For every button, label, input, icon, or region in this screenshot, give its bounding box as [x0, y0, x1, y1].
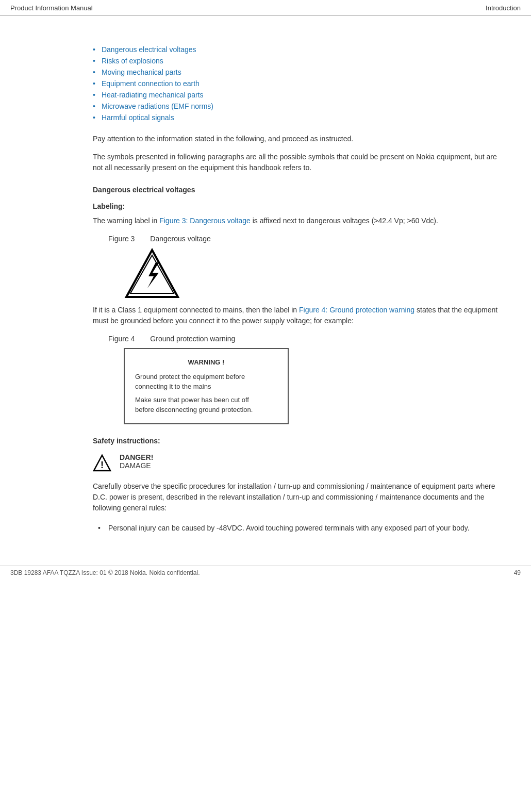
sub-bullet-list: Personal injury can be caused by -48VDC.… — [93, 521, 500, 536]
warning-box-line4: before disconnecting ground protection. — [135, 405, 277, 415]
warning-box-line2: connecting it to the mains — [135, 382, 277, 392]
header-right: Introduction — [486, 4, 521, 12]
warning-box-line1: Ground protect the equipment before — [135, 372, 277, 382]
labeling-para: The warning label in Figure 3: Dangerous… — [93, 216, 500, 226]
page-header: Product Information Manual Introduction — [0, 0, 531, 15]
bullet-list: Dangerous electrical voltagesRisks of ex… — [93, 44, 500, 123]
bullet-item: Risks of explosions — [93, 55, 500, 67]
bullet-item: Harmful optical signals — [93, 112, 500, 123]
warning-box-title: WARNING ! — [135, 357, 277, 368]
triangle-warning-symbol — [124, 248, 175, 294]
bullet-item: Dangerous electrical voltages — [93, 44, 500, 55]
danger-subtitle: DAMAGE — [120, 461, 500, 470]
danger-icon: ! — [93, 454, 111, 473]
svg-text:!: ! — [101, 460, 104, 470]
danger-title: DANGER! — [120, 453, 500, 461]
bullet-item: Microwave radiations (EMF norms) — [93, 101, 500, 112]
figure3-link[interactable]: Figure 3: Dangerous voltage — [159, 217, 251, 225]
figure4-intro-para: If it is a Class 1 equipment connected t… — [93, 305, 500, 326]
figure3-container — [124, 248, 500, 294]
footer-left: 3DB 19283 AFAA TQZZA Issue: 01 © 2018 No… — [10, 569, 200, 576]
warning-box: WARNING ! Ground protect the equipment b… — [124, 348, 289, 424]
bullet-item: Equipment connection to earth — [93, 78, 500, 89]
figure4-link[interactable]: Figure 4: Ground protection warning — [299, 306, 414, 314]
figure3-label-row: Figure 3Dangerous voltage — [93, 235, 500, 243]
danger-content: DANGER! DAMAGE — [120, 453, 500, 470]
bullet-item: Heat-radiating mechanical parts — [93, 89, 500, 101]
page-footer: 3DB 19283 AFAA TQZZA Issue: 01 © 2018 No… — [0, 566, 531, 576]
figure4-label-row: Figure 4Ground protection warning — [93, 335, 500, 343]
page-content: Dangerous electrical voltagesRisks of ex… — [0, 28, 531, 551]
danger-row: ! DANGER! DAMAGE — [93, 453, 500, 473]
footer-right: 49 — [514, 569, 521, 576]
intro-para-1: Pay attention to the information stated … — [93, 134, 500, 144]
safety-instructions-heading: Safety instructions: — [93, 437, 500, 445]
intro-para-2: The symbols presented in following parag… — [93, 152, 500, 173]
warning-box-line3: Make sure that power has been cut off — [135, 395, 277, 405]
header-left: Product Information Manual — [10, 4, 93, 12]
sub-heading-labeling: Labeling: — [93, 202, 500, 210]
figure4-container: WARNING ! Ground protect the equipment b… — [124, 348, 500, 424]
bullet-item: Moving mechanical parts — [93, 67, 500, 78]
section-heading-dangerous-voltages: Dangerous electrical voltages — [93, 186, 500, 194]
danger-para: Carefully observe the specific procedure… — [93, 481, 500, 513]
sub-bullet-item: Personal injury can be caused by -48VDC.… — [93, 521, 500, 536]
